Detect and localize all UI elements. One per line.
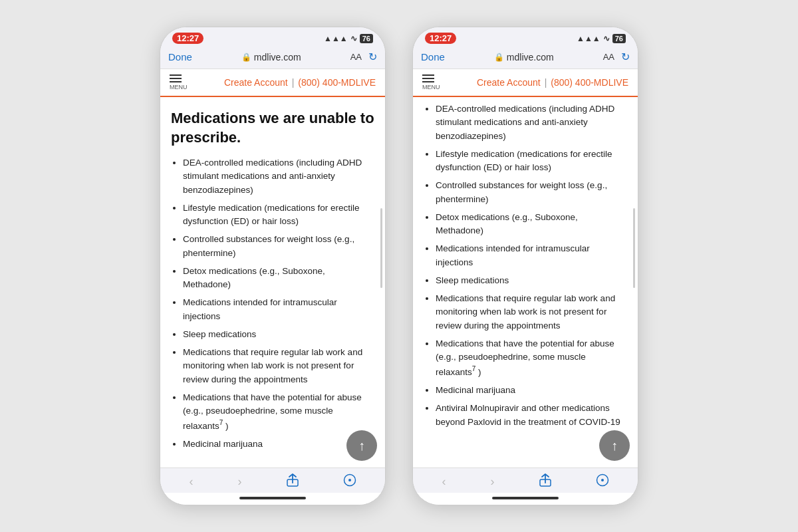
list-item: Detox medications (e.g., Suboxone, Metha… <box>436 211 627 238</box>
list-item: Medicinal marijuana <box>183 438 374 451</box>
battery-left: 76 <box>360 34 373 43</box>
browser-bar-left: Done 🔒 mdlive.com AA ↻ <box>160 47 385 69</box>
url-text-right: mdlive.com <box>507 52 554 63</box>
list-item: Sleep medications <box>183 328 374 341</box>
page-title-left: Medications we are unable to prescribe. <box>171 109 374 147</box>
browser-bar-right: Done 🔒 mdlive.com AA ↻ <box>413 47 638 69</box>
menu-line-1r <box>422 74 434 76</box>
list-item: Lifestyle medication (medications for er… <box>183 201 374 229</box>
list-item: Medications that have the potential for … <box>183 391 374 433</box>
home-indicator-left <box>160 493 385 505</box>
phone-number-left[interactable]: (800) 400-MDLIVE <box>298 77 376 88</box>
nav-bar-left: MENU Create Account | (800) 400-MDLIVE <box>160 69 385 97</box>
menu-line-2 <box>170 78 182 79</box>
lock-icon-left: 🔒 <box>241 53 251 62</box>
phone-left: 12:27 ▲▲▲ ∿ 76 Done 🔒 mdlive.com AA ↻ ME… <box>160 27 386 505</box>
back-button-left[interactable]: ‹ <box>190 475 194 489</box>
content-right: DEA-controlled medications (including AD… <box>413 97 638 467</box>
menu-label-left: MENU <box>170 84 188 90</box>
menu-line-3r <box>422 81 434 82</box>
refresh-button-right[interactable]: ↻ <box>621 51 630 63</box>
svg-point-5 <box>601 479 604 481</box>
forward-button-right[interactable]: › <box>491 475 495 489</box>
superscript-right: 7 <box>472 365 476 372</box>
aa-button-left[interactable]: AA <box>350 52 362 62</box>
medications-list-right: DEA-controlled medications (including AD… <box>424 102 627 429</box>
nav-links-right: Create Account | (800) 400-MDLIVE <box>477 77 628 88</box>
scroll-indicator-left <box>380 208 382 288</box>
nav-bar-right: MENU Create Account | (800) 400-MDLIVE <box>413 69 638 97</box>
compass-button-left[interactable] <box>343 473 356 490</box>
back-button-right[interactable]: ‹ <box>442 475 446 489</box>
list-item: Detox medications (e.g., Suboxone, Metha… <box>183 265 374 292</box>
list-item: Sleep medications <box>436 274 627 287</box>
share-button-left[interactable] <box>287 473 299 490</box>
browser-actions-left: AA ↻ <box>350 51 377 63</box>
list-item: Medications that require regular lab wor… <box>436 292 627 332</box>
list-item: Lifestyle medication (medications for er… <box>436 148 627 175</box>
scroll-up-button-left[interactable]: ↑ <box>346 430 377 461</box>
scroll-up-button-right[interactable]: ↑ <box>599 430 630 461</box>
list-item: Medications that have the potential for … <box>436 337 627 379</box>
menu-line-2r <box>422 78 434 79</box>
aa-button-right[interactable]: AA <box>603 52 614 62</box>
menu-line-1 <box>170 74 182 76</box>
lock-icon-right: 🔒 <box>494 53 504 62</box>
url-text-left: mdlive.com <box>254 52 301 63</box>
status-time-left: 12:27 <box>172 33 203 44</box>
list-item: Controlled substances for weight loss (e… <box>183 233 374 260</box>
bottom-bar-right: ‹ › <box>413 467 638 493</box>
content-left: Medications we are unable to prescribe. … <box>160 97 385 467</box>
done-button-left[interactable]: Done <box>168 51 192 63</box>
battery-right: 76 <box>612 34 626 43</box>
wifi-icon-right: ∿ <box>603 34 610 43</box>
status-bar-right: 12:27 ▲▲▲ ∿ 76 <box>413 27 638 47</box>
nav-divider-right: | <box>545 77 547 88</box>
scroll-indicator-right <box>633 208 635 288</box>
home-bar-left <box>239 497 306 499</box>
forward-button-left[interactable]: › <box>238 475 242 489</box>
signal-icon-right: ▲▲▲ <box>577 34 600 43</box>
url-bar-left[interactable]: 🔒 mdlive.com <box>241 52 301 63</box>
status-icons-left: ▲▲▲ ∿ 76 <box>324 34 373 43</box>
list-item: Medicinal marijuana <box>436 384 627 397</box>
menu-button-left[interactable]: MENU <box>170 74 188 90</box>
refresh-button-left[interactable]: ↻ <box>368 51 377 63</box>
list-item: Controlled substances for weight loss (e… <box>436 179 627 206</box>
status-time-right: 12:27 <box>425 33 456 44</box>
nav-links-left: Create Account | (800) 400-MDLIVE <box>224 77 376 88</box>
home-indicator-right <box>413 493 638 505</box>
phone-number-right[interactable]: (800) 400-MDLIVE <box>551 77 628 88</box>
svg-point-2 <box>348 479 351 481</box>
wifi-icon-left: ∿ <box>350 34 357 43</box>
url-bar-right[interactable]: 🔒 mdlive.com <box>494 52 554 63</box>
medications-list-left: DEA-controlled medications (including AD… <box>171 156 374 451</box>
menu-line-3 <box>170 81 182 82</box>
compass-button-right[interactable] <box>596 473 609 490</box>
list-item: DEA-controlled medications (including AD… <box>436 102 627 143</box>
list-item: Medications intended for intramuscular i… <box>183 296 374 323</box>
menu-label-right: MENU <box>422 84 440 90</box>
status-icons-right: ▲▲▲ ∿ 76 <box>577 34 626 43</box>
menu-button-right[interactable]: MENU <box>422 74 440 90</box>
browser-actions-right: AA ↻ <box>603 51 630 63</box>
list-item: Medications intended for intramuscular i… <box>436 242 627 269</box>
signal-icon-left: ▲▲▲ <box>324 34 348 43</box>
bottom-bar-left: ‹ › <box>160 467 385 493</box>
status-bar-left: 12:27 ▲▲▲ ∿ 76 <box>160 27 385 47</box>
share-button-right[interactable] <box>539 473 551 490</box>
superscript-left: 7 <box>219 419 223 426</box>
phone-right: 12:27 ▲▲▲ ∿ 76 Done 🔒 mdlive.com AA ↻ ME… <box>412 27 638 505</box>
create-account-left[interactable]: Create Account <box>224 77 288 88</box>
done-button-right[interactable]: Done <box>421 51 445 63</box>
list-item: DEA-controlled medications (including AD… <box>183 156 374 197</box>
list-item: Medications that require regular lab wor… <box>183 346 374 386</box>
list-item: Antiviral Molnupiravir and other medicat… <box>436 402 627 429</box>
nav-divider-left: | <box>292 77 295 88</box>
create-account-right[interactable]: Create Account <box>477 77 541 88</box>
home-bar-right <box>492 497 559 499</box>
